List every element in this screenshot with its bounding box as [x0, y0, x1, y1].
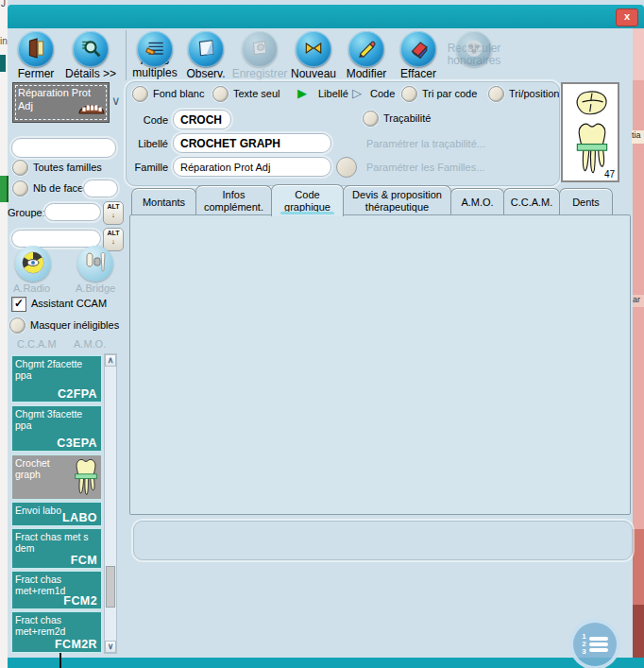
- radiology-icon: [21, 250, 45, 277]
- background-shape: [0, 176, 8, 202]
- nb-de-faces-radio[interactable]: [12, 180, 28, 197]
- sidebar-code-input[interactable]: [11, 230, 101, 248]
- alt-down-button[interactable]: ALT ↓: [103, 228, 124, 251]
- tab-infos-complement[interactable]: Infos complément.: [195, 185, 272, 216]
- a-radio-button[interactable]: [15, 246, 51, 282]
- chevron-down-icon[interactable]: ∨: [111, 94, 121, 108]
- tab-montants[interactable]: Montants: [131, 188, 196, 216]
- toutes-familles-label: Toutes familles: [33, 162, 102, 173]
- notes-box: [133, 521, 633, 560]
- acts-list-scrollbar[interactable]: ∧ ∨: [104, 353, 117, 654]
- new-arrows-icon: [303, 38, 324, 61]
- list-item[interactable]: Fract chas met+rem1d FCM2: [11, 571, 102, 609]
- denture-icon: [78, 100, 105, 118]
- quick-menu-button[interactable]: 1 2 3: [569, 619, 620, 668]
- libelle-field-label: Libellé: [123, 138, 168, 149]
- background-shape: [633, 28, 644, 80]
- list-item[interactable]: Fract chas met s dem FCM: [11, 528, 102, 569]
- tri-par-code-radio[interactable]: [401, 86, 417, 102]
- toutes-familles-radio[interactable]: [12, 160, 28, 176]
- triangle-outline-icon[interactable]: ▷: [352, 86, 362, 100]
- background-shape: [633, 605, 644, 658]
- nb-de-faces-input[interactable]: [83, 180, 118, 197]
- check-icon: ✓: [14, 297, 24, 310]
- acts-editor-window: J in tia ar x Fermer Détails >> Actes mu…: [0, 0, 644, 668]
- tab-ccam[interactable]: C.C.A.M.: [503, 188, 560, 216]
- list-item[interactable]: Chgmt 3facette ppa C3EPA: [11, 405, 102, 452]
- observations-button[interactable]: Observ.: [179, 31, 232, 80]
- details-button[interactable]: Détails >>: [60, 31, 121, 80]
- titlebar[interactable]: [8, 5, 644, 28]
- actes-multiples-button[interactable]: Actes multiples: [126, 31, 184, 78]
- groupe-filter-input[interactable]: [44, 203, 101, 221]
- triangle-filled-icon[interactable]: ▶: [297, 86, 307, 100]
- eraser-icon: [408, 38, 429, 61]
- nouveau-button[interactable]: Nouveau: [285, 31, 342, 80]
- code-field-label: Code: [123, 114, 168, 126]
- list-item[interactable]: Fract chas met+rem2d FCM2R: [11, 611, 102, 653]
- tab-amo[interactable]: A.M.O.: [450, 188, 504, 216]
- nb-de-faces-label: Nb de faces: [33, 182, 89, 194]
- a-bridge-label: A.Bridge: [76, 283, 115, 294]
- numbered-list-bars: [589, 635, 608, 654]
- door-icon: [25, 38, 46, 61]
- tooth-clasp-icon: [73, 457, 99, 499]
- down-arrow-icon: ↓: [111, 212, 115, 218]
- scroll-down-icon[interactable]: ∨: [105, 641, 116, 653]
- alt-down-button[interactable]: ALT ↓: [103, 201, 124, 225]
- code-input[interactable]: [173, 110, 231, 129]
- scrollbar-thumb[interactable]: [106, 566, 115, 608]
- background-shape: [0, 55, 6, 72]
- sidebar-filter-input[interactable]: [11, 138, 116, 158]
- background-left-strip: J in: [0, 0, 8, 668]
- tracabilite-label: Traçabilité: [383, 112, 431, 124]
- libelle-input[interactable]: [173, 133, 331, 153]
- close-icon: x: [624, 10, 630, 22]
- tooth-preview: 47: [561, 82, 619, 182]
- list-item[interactable]: Chgmt 2facette ppa C2FPA: [11, 355, 102, 403]
- groupe-filter-label: Groupe:: [8, 207, 45, 218]
- masquer-ineligibles-radio[interactable]: [9, 317, 25, 334]
- tab-code-graphique[interactable]: Code graphique: [271, 184, 344, 216]
- assistant-ccam-checkbox[interactable]: ✓: [11, 297, 26, 312]
- code-option-label: Code: [370, 88, 395, 99]
- background-fragment: tia: [632, 130, 644, 144]
- parametrer-tracabilite-link[interactable]: Paramétrer la traçabilité...: [366, 138, 485, 149]
- libelle-option-label: Libellé: [318, 88, 348, 99]
- tri-position-radio[interactable]: [488, 86, 504, 102]
- fermer-button[interactable]: Fermer: [8, 31, 64, 80]
- background-shape: [633, 529, 644, 605]
- famille-field-label: Famille: [123, 162, 168, 173]
- fond-blanc-radio[interactable]: [132, 86, 148, 102]
- a-bridge-button[interactable]: [77, 246, 113, 282]
- modifier-button[interactable]: Modifier: [338, 31, 395, 80]
- list-item[interactable]: Envoi labo LABO: [11, 502, 102, 526]
- texte-seul-label: Texte seul: [233, 88, 280, 99]
- background-fragment: J: [1, 0, 6, 9]
- effacer-button[interactable]: Effacer: [391, 31, 446, 80]
- list-item-selected[interactable]: Crochet graph: [11, 454, 102, 500]
- a-radio-label: A.Radio: [13, 283, 50, 294]
- background-fragment: in: [0, 36, 8, 46]
- amo-label: A.M.O.: [74, 338, 106, 350]
- background-right-strip: tia ar: [633, 28, 644, 658]
- texte-seul-radio[interactable]: [212, 86, 229, 102]
- tooth-occlusal-icon: [573, 89, 611, 119]
- tab-devis-proposition[interactable]: Devis & proposition thérapeutique: [343, 185, 451, 216]
- parametrer-familles-link[interactable]: Paramétrer les Familles...: [366, 162, 484, 173]
- close-button[interactable]: x: [616, 9, 638, 26]
- tri-position-label: Tri/position: [509, 88, 559, 99]
- background-fragment: ar: [633, 295, 644, 307]
- enregistrer-button[interactable]: Enregistrer: [229, 31, 291, 80]
- fond-blanc-label: Fond blanc: [153, 88, 204, 99]
- save-icon: [249, 38, 270, 61]
- famille-picker-button[interactable]: [336, 157, 357, 178]
- recalc-icon: [464, 38, 484, 61]
- scroll-up-icon[interactable]: ∧: [105, 354, 116, 367]
- recalculer-honoraires-button[interactable]: Recalculer honoraires: [442, 31, 506, 66]
- famille-input[interactable]: [173, 157, 331, 177]
- tab-dents[interactable]: Dents: [559, 188, 613, 216]
- family-selector[interactable]: Réparation Prot Adj: [12, 82, 110, 123]
- tracabilite-radio[interactable]: [363, 111, 379, 127]
- note-page-icon: [195, 38, 216, 61]
